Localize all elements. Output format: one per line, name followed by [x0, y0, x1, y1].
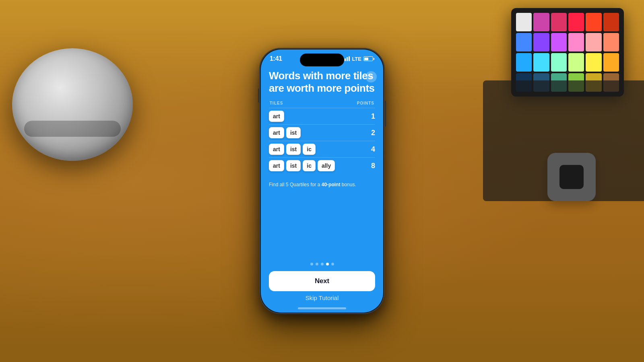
palette-cell: [586, 33, 601, 51]
bonus-before: Find all 5 Quartiles for a: [269, 182, 322, 187]
main-title: Words with more tiles are worth more poi…: [269, 70, 375, 95]
close-icon: ×: [369, 74, 373, 80]
skip-tutorial-button[interactable]: Skip Tutorial: [269, 294, 375, 307]
palette-cell: [586, 13, 601, 31]
tile-art-2: art: [269, 127, 284, 138]
palette-cell: [568, 33, 584, 51]
phone-screen: 1:41 🔔 LTE: [261, 49, 383, 313]
col-points-header: POINTS: [357, 101, 374, 105]
palette-cell: [603, 13, 619, 31]
tiles-group-4: art ist ic ally: [269, 160, 335, 171]
battery-icon: [363, 56, 374, 61]
palette-cell: [568, 53, 584, 72]
next-button[interactable]: Next: [269, 271, 375, 291]
phone-wrapper: 1:41 🔔 LTE: [260, 48, 384, 314]
progress-dot-3: [321, 263, 324, 265]
table-row: art ist ic 4: [269, 141, 375, 157]
keyboard: [483, 80, 644, 201]
progress-dot-5: [331, 263, 334, 265]
tile-ic-3: ic: [303, 144, 316, 155]
points-3: 4: [371, 145, 375, 154]
spacer: [269, 188, 375, 263]
tiles-group-2: art ist: [269, 127, 301, 138]
palette-cell: [568, 13, 584, 31]
tiles-group-1: art: [269, 111, 284, 122]
palette-cell: [533, 33, 549, 51]
tiles-group-3: art ist ic: [269, 144, 316, 155]
bonus-highlight: 40-point: [322, 182, 341, 187]
home-indicator: [298, 307, 346, 309]
screen-content: Words with more tiles are worth more poi…: [261, 65, 383, 313]
tile-art-1: art: [269, 111, 284, 122]
table-header: TILES POINTS: [269, 101, 375, 108]
palette-cell: [516, 33, 532, 51]
palette-cell: [603, 53, 619, 72]
status-time: 1:41: [270, 55, 282, 62]
palette-cell: [516, 13, 532, 31]
robot-vacuum: [12, 48, 149, 177]
bonus-after: bonus.: [340, 182, 356, 187]
progress-dot-4: [326, 263, 329, 265]
palette-cell: [603, 33, 619, 51]
close-button[interactable]: ×: [365, 71, 377, 82]
points-2: 2: [371, 129, 375, 137]
tile-art-4: art: [269, 160, 284, 171]
progress-dot-2: [316, 263, 318, 265]
table-row: art 1: [269, 108, 375, 124]
palette-cell: [533, 53, 549, 72]
progress-dots: [269, 263, 375, 265]
skip-label: Skip Tutorial: [305, 294, 339, 301]
palette-cell: [586, 53, 601, 72]
tile-ic-4: ic: [303, 160, 316, 171]
progress-dot-1: [310, 263, 313, 265]
title-section: Words with more tiles are worth more poi…: [269, 65, 375, 101]
palette-cell: [516, 53, 532, 72]
points-4: 8: [371, 162, 375, 170]
tiles-table: TILES POINTS art 1 art ist: [269, 101, 375, 174]
tile-ist-3: ist: [286, 144, 301, 155]
tile-ally-4: ally: [318, 160, 335, 171]
palette-cell: [551, 33, 567, 51]
next-label: Next: [315, 277, 329, 285]
points-1: 1: [371, 112, 375, 121]
table-row: art ist 2: [269, 124, 375, 141]
palette-cell: [533, 13, 549, 31]
lte-label: LTE: [352, 56, 361, 62]
tile-art-3: art: [269, 144, 284, 155]
phone-frame: 1:41 🔔 LTE: [260, 48, 384, 314]
palette-cell: [551, 53, 567, 72]
tile-ist-4: ist: [286, 160, 301, 171]
col-tiles-header: TILES: [270, 101, 283, 105]
palette-cell: [551, 13, 567, 31]
bonus-text: Find all 5 Quartiles for a 40-point bonu…: [269, 181, 375, 188]
table-row: art ist ic ally 8: [269, 157, 375, 174]
tile-ist-2: ist: [286, 127, 301, 138]
dynamic-island: [300, 53, 344, 66]
